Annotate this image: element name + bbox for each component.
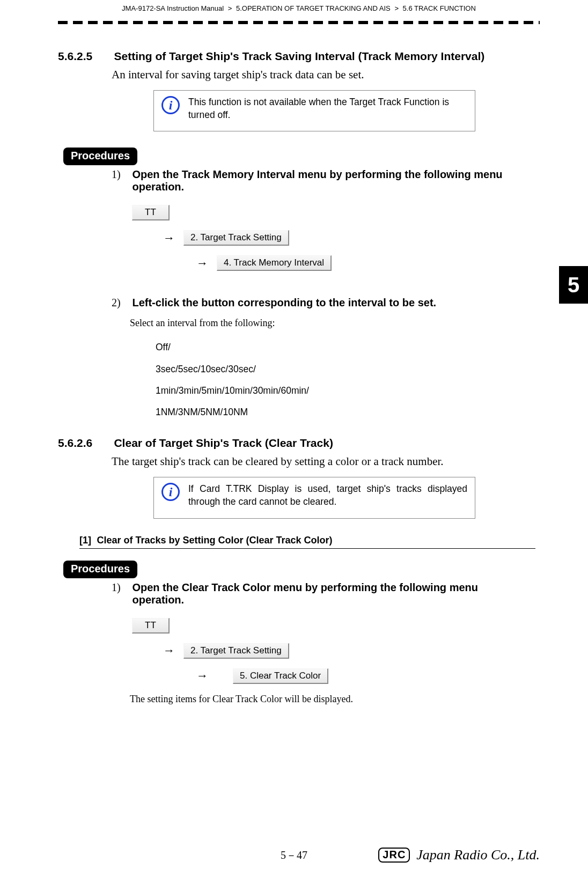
menu-button-tt[interactable]: TT bbox=[132, 618, 170, 634]
option-line: 1min/3min/5min/10min/30min/60min/ bbox=[156, 380, 540, 401]
menu-path: TT → 2. Target Track Setting → 5. Clear … bbox=[132, 618, 540, 684]
chapter-side-tab: 5 bbox=[559, 266, 588, 304]
arrow-icon: → bbox=[163, 644, 175, 658]
company-name: Japan Radio Co., Ltd. bbox=[416, 847, 540, 863]
arrow-icon: → bbox=[196, 669, 208, 683]
arrow-icon: → bbox=[163, 231, 175, 245]
info-text: If Card T.TRK Display is used, target sh… bbox=[188, 483, 467, 508]
option-line: 3sec/5sec/10sec/30sec/ bbox=[156, 358, 540, 380]
subsection-title: Clear of Tracks by Setting Color (Clear … bbox=[97, 535, 332, 546]
menu-button-target-track-setting[interactable]: 2. Target Track Setting bbox=[183, 643, 289, 659]
step-title: Left-click the button corresponding to t… bbox=[132, 297, 529, 309]
section-number: 5.6.2.6 bbox=[58, 437, 112, 450]
section-intro: The target ship's track can be cleared b… bbox=[112, 455, 540, 468]
interval-options: Off/ 3sec/5sec/10sec/30sec/ 1min/3min/5m… bbox=[156, 336, 540, 423]
chapter-label: 5.OPERATION OF TARGET TRACKING AND AIS bbox=[236, 4, 391, 12]
info-icon: i bbox=[161, 96, 180, 114]
info-text: This function is not available when the … bbox=[188, 96, 467, 121]
procedures-label: Procedures bbox=[63, 561, 137, 578]
step-number: 1) bbox=[112, 581, 130, 594]
step-title: Open the Clear Track Color menu by perfo… bbox=[132, 581, 529, 606]
breadcrumb-separator: > bbox=[394, 4, 399, 12]
menu-path: TT → 2. Target Track Setting → 4. Track … bbox=[132, 205, 540, 271]
jrc-logo: JRC bbox=[378, 848, 410, 863]
info-box: i If Card T.TRK Display is used, target … bbox=[153, 477, 475, 518]
follow-text: The setting items for Clear Track Color … bbox=[130, 694, 540, 705]
subsection-rule bbox=[79, 548, 535, 549]
section-label: 5.6 TRACK FUNCTION bbox=[403, 4, 476, 12]
step-body: Select an interval from the following: bbox=[130, 318, 540, 329]
page-header: JMA-9172-SA Instruction Manual > 5.OPERA… bbox=[58, 0, 540, 16]
section-title: Clear of Target Ship's Track (Clear Trac… bbox=[114, 437, 532, 450]
menu-button-clear-track-color[interactable]: 5. Clear Track Color bbox=[233, 668, 328, 684]
subsection-tag: [1] bbox=[79, 535, 91, 546]
menu-button-target-track-setting[interactable]: 2. Target Track Setting bbox=[183, 230, 289, 246]
breadcrumb-separator: > bbox=[228, 4, 232, 12]
header-dash-rule bbox=[58, 21, 540, 24]
procedures-label: Procedures bbox=[63, 148, 137, 165]
step-number: 1) bbox=[112, 168, 130, 181]
menu-button-tt[interactable]: TT bbox=[132, 205, 170, 220]
section-number: 5.6.2.5 bbox=[58, 50, 112, 63]
arrow-icon: → bbox=[196, 256, 208, 270]
info-box: i This function is not available when th… bbox=[153, 90, 475, 131]
section-intro: An interval for saving target ship's tra… bbox=[112, 68, 540, 82]
option-line: Off/ bbox=[156, 336, 540, 358]
step-title: Open the Track Memory Interval menu by p… bbox=[132, 168, 529, 193]
section-title: Setting of Target Ship's Track Saving In… bbox=[114, 50, 532, 63]
menu-button-track-memory-interval[interactable]: 4. Track Memory Interval bbox=[217, 255, 332, 271]
page-number: 5－47 bbox=[281, 848, 307, 863]
doc-id: JMA-9172-SA Instruction Manual bbox=[122, 4, 224, 12]
info-icon: i bbox=[161, 483, 180, 501]
option-line: 1NM/3NM/5NM/10NM bbox=[156, 401, 540, 423]
step-number: 2) bbox=[112, 297, 130, 309]
